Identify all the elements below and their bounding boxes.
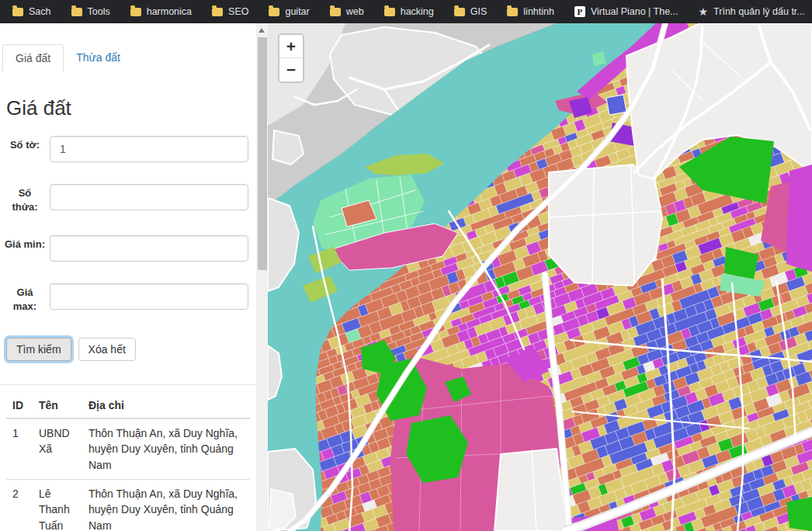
search-form: Số tờ:Số thửa:Giá min:Giá max: (0, 136, 256, 313)
bookmark-label: GIS (470, 6, 488, 17)
gia-max-label: Giá max: (5, 283, 45, 313)
form-row: Số tờ: (5, 136, 256, 162)
bookmark-label: guitar (285, 6, 309, 17)
bookmark-label: hacking (401, 6, 434, 17)
folder-icon (130, 8, 141, 16)
bookmark-item[interactable]: Sach (8, 4, 56, 19)
bookmark-item[interactable]: guitar (264, 4, 314, 19)
cell-id: 1 (6, 418, 33, 479)
map-canvas[interactable]: + − (268, 23, 812, 531)
form-row: Giá min: (5, 235, 256, 262)
form-row: Số thửa: (5, 184, 256, 213)
divider (0, 384, 256, 385)
bookmark-label: harmonica (147, 6, 192, 17)
column-header: ID (6, 393, 33, 418)
column-header: Tên (33, 393, 82, 418)
bookmark-label: Virtual Piano | The... (591, 6, 678, 17)
table-row[interactable]: 2Lê Thanh TuấnThôn Thuận An, xã Duy Nghĩ… (6, 480, 250, 531)
folder-icon (454, 8, 465, 16)
folder-icon (212, 8, 223, 16)
bookmark-item[interactable]: PVirtual Piano | The... (570, 4, 683, 19)
map-zoom-control: + − (278, 33, 304, 83)
form-row: Giá max: (5, 283, 256, 313)
so-to-input[interactable] (50, 136, 248, 162)
tab-thua-dat[interactable]: Thửa đất (64, 44, 133, 72)
sidebar-scrollbar[interactable] (256, 23, 268, 531)
folder-icon (71, 8, 82, 16)
cell-address: Thôn Thuận An, xã Duy Nghĩa, huyện Duy X… (82, 418, 250, 479)
zoom-in-button[interactable]: + (279, 35, 303, 58)
so-thua-input[interactable] (50, 184, 248, 210)
so-to-label: Số tờ: (5, 136, 45, 152)
column-header: Địa chỉ (82, 393, 250, 418)
page-title: Giá đất (6, 96, 256, 120)
gia-min-input[interactable] (50, 235, 248, 262)
cell-address: Thôn Thuận An, xã Duy Nghĩa, huyện Duy X… (82, 480, 250, 531)
bookmark-item[interactable]: GIS (449, 4, 492, 19)
folder-icon (330, 8, 341, 16)
bookmark-item[interactable]: web (325, 4, 369, 19)
bookmarks-bar: SachToolsharmonicaSEOguitarwebhackingGIS… (0, 0, 812, 23)
gia-min-label: Giá min: (5, 235, 45, 252)
cell-id: 2 (6, 480, 33, 531)
star-icon: ★ (699, 6, 709, 17)
so-thua-label: Số thửa: (5, 184, 45, 213)
bookmark-item[interactable]: harmonica (126, 4, 196, 19)
clear-button[interactable]: Xóa hết (78, 338, 136, 361)
bookmark-label: Sach (29, 6, 51, 17)
bookmark-item[interactable]: Tools (67, 4, 115, 19)
cadastral-map[interactable] (268, 23, 812, 531)
bookmark-item[interactable]: linhtinh (502, 4, 559, 19)
folder-icon (507, 8, 518, 16)
bookmark-label: web (346, 6, 364, 17)
tab-gia-dat[interactable]: Giá đất (2, 44, 64, 72)
bookmark-label: linhtinh (523, 6, 554, 17)
bookmark-item[interactable]: ★Trình quản lý dấu tr... (694, 4, 810, 19)
table-row[interactable]: 1UBND XãThôn Thuận An, xã Duy Nghĩa, huy… (6, 418, 250, 479)
sidebar-panel: Giá đấtThửa đất Giá đất Số tờ:Số thửa:Gi… (0, 23, 256, 531)
scroll-up-arrow-icon[interactable] (259, 28, 265, 33)
cell-name: Lê Thanh Tuấn (33, 480, 82, 531)
bookmark-label: SEO (228, 6, 248, 17)
gia-max-input[interactable] (50, 283, 248, 310)
bookmark-label: Trình quản lý dấu tr... (713, 6, 805, 17)
results-table: IDTênĐịa chỉ 1UBND XãThôn Thuận An, xã D… (6, 393, 250, 531)
folder-icon (384, 8, 395, 16)
bookmark-label: Tools (88, 6, 110, 17)
scrollbar-thumb[interactable] (258, 37, 267, 270)
bookmark-item[interactable]: hacking (380, 4, 439, 19)
favicon-icon: P (574, 6, 585, 17)
folder-icon (269, 8, 279, 16)
table-header-row: IDTênĐịa chỉ (6, 393, 250, 418)
folder-icon (12, 8, 23, 16)
search-button[interactable]: Tìm kiếm (6, 338, 71, 361)
tab-bar: Giá đấtThửa đất (0, 44, 256, 73)
cell-name: UBND Xã (33, 418, 82, 479)
zoom-out-button[interactable]: − (279, 58, 303, 82)
bookmark-item[interactable]: SEO (207, 4, 253, 19)
